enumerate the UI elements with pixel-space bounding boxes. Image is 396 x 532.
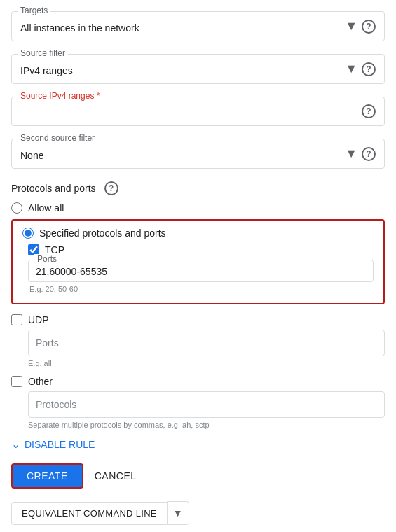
udp-ports-hint: E.g. all xyxy=(28,359,385,368)
other-checkbox-row: Other xyxy=(11,376,385,387)
udp-ports-placeholder: Ports xyxy=(36,337,59,349)
source-ipv4-input[interactable] xyxy=(20,106,357,117)
disable-rule-row[interactable]: ⌄ DISABLE RULE xyxy=(11,438,385,451)
udp-checkbox-row: UDP xyxy=(11,314,385,326)
other-protocols-hint: Separate multiple protocols by commas, e… xyxy=(28,421,385,429)
other-section: Other Protocols Separate multiple protoc… xyxy=(11,376,385,429)
udp-checkbox[interactable] xyxy=(11,314,22,326)
action-row: CREATE CANCEL xyxy=(11,463,385,489)
source-filter-help-icon[interactable]: ? xyxy=(362,62,376,76)
udp-ports-box: Ports xyxy=(28,330,385,356)
allow-all-radio[interactable] xyxy=(11,202,22,214)
source-ipv4-help-icon[interactable]: ? xyxy=(362,104,376,118)
source-ipv4-label: Source IPv4 ranges * xyxy=(18,91,102,101)
other-protocols-box: Protocols xyxy=(28,391,385,418)
specified-protocols-box: Specified protocols and ports TCP Ports … xyxy=(11,219,385,304)
targets-section: Targets All instances in the network ▼ ? xyxy=(11,11,385,41)
equiv-cmd-button[interactable]: EQUIVALENT COMMAND LINE xyxy=(11,502,167,525)
specified-radio[interactable] xyxy=(22,227,34,239)
protocols-ports-title: Protocols and ports ? xyxy=(11,181,385,195)
allow-all-row: Allow all xyxy=(11,202,385,214)
second-source-filter-section: Second source filter None ▼ ? xyxy=(11,139,385,169)
targets-dropdown-icon[interactable]: ▼ xyxy=(345,19,357,34)
second-source-filter-label: Second source filter xyxy=(18,133,97,143)
second-source-filter-help-icon[interactable]: ? xyxy=(362,147,376,161)
allow-all-label[interactable]: Allow all xyxy=(28,202,64,214)
protocols-ports-label: Protocols and ports xyxy=(11,183,96,194)
source-filter-row: IPv4 ranges ▼ ? xyxy=(20,62,376,76)
source-filter-value: IPv4 ranges xyxy=(20,62,345,76)
source-ipv4-section: Source IPv4 ranges * ? xyxy=(11,97,385,126)
source-filter-label: Source filter xyxy=(18,48,68,58)
tcp-ports-legend: Ports xyxy=(34,254,60,264)
equiv-cmd-dropdown-icon[interactable]: ▼ xyxy=(167,501,189,525)
other-label[interactable]: Other xyxy=(28,376,53,387)
protocols-ports-section: Protocols and ports ? Allow all Specifie… xyxy=(11,181,385,429)
specified-radio-row: Specified protocols and ports xyxy=(22,227,374,239)
cancel-button[interactable]: CANCEL xyxy=(95,470,137,482)
tcp-checkbox-row: TCP xyxy=(28,244,374,255)
targets-label: Targets xyxy=(18,6,50,15)
specified-label[interactable]: Specified protocols and ports xyxy=(39,227,166,239)
source-filter-section: Source filter IPv4 ranges ▼ ? xyxy=(11,54,385,84)
second-source-filter-dropdown-icon[interactable]: ▼ xyxy=(345,146,357,161)
other-protocols-placeholder: Protocols xyxy=(36,399,76,410)
second-source-filter-fieldset: Second source filter None ▼ ? xyxy=(11,139,385,169)
source-filter-dropdown-icon[interactable]: ▼ xyxy=(345,62,357,76)
targets-value: All instances in the network xyxy=(20,20,345,34)
tcp-ports-input[interactable] xyxy=(36,266,366,277)
tcp-ports-hint: E.g. 20, 50-60 xyxy=(29,285,374,293)
protocols-ports-help-icon[interactable]: ? xyxy=(104,181,118,195)
udp-section: UDP Ports E.g. all xyxy=(11,314,385,368)
source-filter-fieldset: Source filter IPv4 ranges ▼ ? xyxy=(11,54,385,84)
tcp-section: TCP Ports E.g. 20, 50-60 xyxy=(28,244,374,293)
equiv-cmd-row: EQUIVALENT COMMAND LINE ▼ xyxy=(11,501,385,525)
udp-label[interactable]: UDP xyxy=(28,314,49,326)
source-ipv4-fieldset: Source IPv4 ranges * ? xyxy=(11,97,385,126)
create-button[interactable]: CREATE xyxy=(11,463,83,489)
disable-rule-chevron-icon: ⌄ xyxy=(11,438,20,451)
second-source-filter-row: None ▼ ? xyxy=(20,146,376,161)
second-source-filter-value: None xyxy=(20,147,345,161)
tcp-ports-fieldset: Ports xyxy=(28,260,374,282)
targets-row: All instances in the network ▼ ? xyxy=(20,19,376,34)
targets-help-icon[interactable]: ? xyxy=(362,20,376,34)
targets-fieldset: Targets All instances in the network ▼ ? xyxy=(11,11,385,41)
other-checkbox[interactable] xyxy=(11,376,22,387)
disable-rule-label: DISABLE RULE xyxy=(25,439,95,450)
